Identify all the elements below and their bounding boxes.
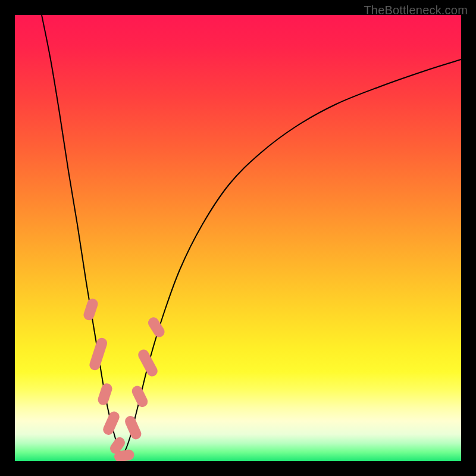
right-curve: [122, 60, 461, 457]
marker-lozenge: [101, 410, 121, 437]
marker-lozenge: [146, 315, 167, 339]
marker-lozenge: [82, 297, 99, 321]
watermark-text: TheBottleneck.com: [364, 4, 468, 17]
plot-area: [15, 15, 461, 461]
marker-lozenge: [96, 382, 114, 406]
marker-lozenge: [130, 384, 150, 409]
marker-lozenge: [88, 336, 109, 371]
marker-lozenge: [123, 414, 143, 441]
curves-layer: [15, 15, 461, 461]
chart-frame: TheBottleneck.com: [0, 0, 476, 476]
marker-lozenge: [136, 347, 159, 378]
markers-group: [82, 297, 167, 461]
